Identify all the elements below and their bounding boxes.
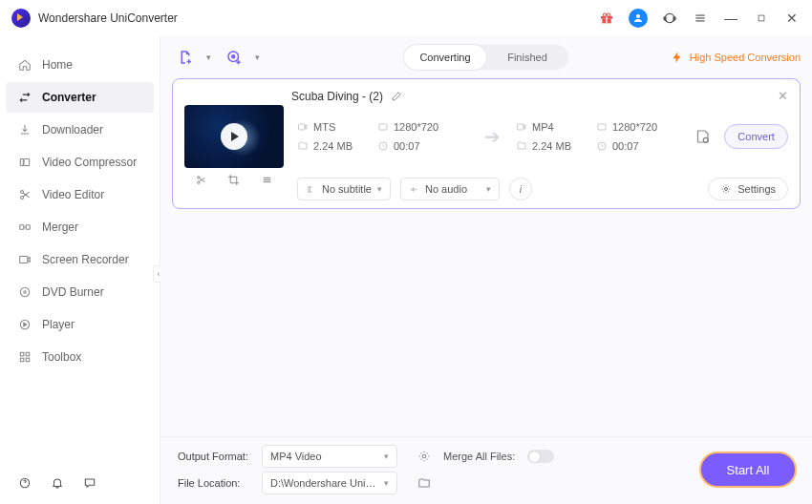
sidebar-item-merger[interactable]: Merger bbox=[0, 212, 160, 242]
svg-rect-16 bbox=[20, 225, 24, 230]
play-button[interactable] bbox=[221, 123, 247, 150]
sidebar-item-label: Home bbox=[42, 58, 73, 72]
sidebar-item-editor[interactable]: Video Editor bbox=[0, 179, 160, 210]
svg-point-5 bbox=[636, 14, 640, 18]
svg-rect-12 bbox=[759, 15, 764, 21]
svg-point-14 bbox=[21, 191, 24, 194]
sidebar-item-player[interactable]: Player bbox=[0, 309, 160, 340]
open-folder-icon[interactable] bbox=[417, 476, 431, 490]
sidebar: Home Converter Downloader Video Compress… bbox=[0, 36, 160, 504]
sidebar-item-home[interactable]: Home bbox=[0, 50, 160, 80]
sidebar-item-label: Downloader bbox=[42, 123, 103, 136]
remove-file-button[interactable]: ✕ bbox=[778, 89, 788, 103]
audio-select[interactable]: No audio ▾ bbox=[400, 178, 500, 200]
maximize-button[interactable] bbox=[753, 10, 770, 27]
svg-point-15 bbox=[21, 196, 24, 199]
sidebar-item-downloader[interactable]: Downloader bbox=[0, 115, 160, 145]
sidebar-item-dvd-burner[interactable]: DVD Burner bbox=[0, 277, 160, 307]
svg-rect-38 bbox=[598, 124, 606, 130]
output-settings-icon[interactable] bbox=[694, 126, 711, 147]
svg-rect-2 bbox=[606, 16, 607, 23]
file-location-select[interactable]: D:\Wondershare UniConverter▾ bbox=[262, 472, 397, 494]
chevron-down-icon[interactable]: ▾ bbox=[206, 52, 211, 62]
app-title: Wondershare UniConverter bbox=[38, 11, 178, 25]
tab-finished[interactable]: Finished bbox=[486, 45, 568, 70]
sidebar-item-toolbox[interactable]: Toolbox bbox=[0, 342, 160, 372]
hsc-label: High Speed Conversion bbox=[690, 52, 801, 63]
crop-icon[interactable] bbox=[227, 174, 240, 186]
home-icon bbox=[17, 57, 32, 73]
merge-toggle[interactable] bbox=[527, 450, 554, 463]
svg-rect-35 bbox=[379, 124, 387, 130]
file-settings-button[interactable]: Settings bbox=[708, 178, 788, 200]
svg-rect-23 bbox=[26, 352, 30, 356]
svg-rect-7 bbox=[664, 17, 666, 20]
file-card: Scuba Diving - (2) ✕ bbox=[172, 78, 801, 209]
high-speed-conversion-button[interactable]: High Speed Conversion bbox=[671, 51, 801, 64]
user-avatar[interactable] bbox=[629, 9, 648, 28]
output-format-select[interactable]: MP4 Video▾ bbox=[262, 445, 397, 468]
file-icon bbox=[297, 140, 309, 152]
sidebar-item-label: Video Compressor bbox=[42, 156, 137, 169]
chevron-down-icon: ▾ bbox=[384, 452, 389, 461]
merge-icon bbox=[17, 220, 32, 235]
arrow-right-icon: ➔ bbox=[479, 125, 506, 148]
tab-group: Converting Finished bbox=[404, 45, 568, 70]
subtitle-select[interactable]: No subtitle ▾ bbox=[297, 178, 391, 200]
help-icon[interactable] bbox=[17, 475, 32, 491]
svg-rect-25 bbox=[26, 358, 30, 362]
sidebar-item-converter[interactable]: Converter bbox=[6, 82, 154, 113]
chevron-down-icon: ▾ bbox=[486, 184, 491, 194]
svg-point-41 bbox=[725, 188, 728, 191]
file-icon bbox=[516, 140, 527, 152]
minimize-button[interactable]: — bbox=[722, 10, 739, 27]
convert-button[interactable]: Convert bbox=[724, 124, 788, 149]
trim-icon[interactable] bbox=[195, 174, 207, 186]
sidebar-item-screen-recorder[interactable]: Screen Recorder bbox=[0, 244, 160, 275]
svg-point-42 bbox=[422, 454, 426, 458]
source-specs: MTS 1280*720 2.24 MB 00:07 bbox=[297, 117, 469, 156]
svg-point-30 bbox=[197, 181, 199, 183]
app-logo bbox=[11, 9, 31, 28]
start-all-button[interactable]: Start All bbox=[701, 453, 795, 486]
subtitle-icon bbox=[306, 184, 316, 195]
svg-point-4 bbox=[607, 13, 609, 16]
edit-name-icon[interactable] bbox=[391, 90, 403, 102]
gift-icon[interactable] bbox=[598, 10, 615, 27]
feedback-icon[interactable] bbox=[82, 475, 97, 491]
chevron-down-icon: ▾ bbox=[384, 478, 389, 488]
menu-icon[interactable] bbox=[692, 10, 709, 27]
compress-icon bbox=[17, 155, 32, 170]
support-icon[interactable] bbox=[661, 10, 678, 27]
merge-label: Merge All Files: bbox=[443, 451, 520, 462]
svg-point-3 bbox=[603, 13, 606, 16]
file-name: Scuba Diving - (2) bbox=[291, 90, 383, 103]
gear-icon bbox=[720, 183, 732, 195]
clock-icon bbox=[596, 140, 608, 152]
grid-icon bbox=[17, 349, 32, 365]
target-specs: MP4 1280*720 2.24 MB 00:07 bbox=[516, 117, 688, 156]
info-icon[interactable]: i bbox=[509, 178, 532, 200]
sidebar-item-label: DVD Burner bbox=[42, 285, 104, 299]
svg-point-28 bbox=[232, 55, 235, 58]
svg-rect-8 bbox=[673, 17, 675, 20]
add-disc-button[interactable] bbox=[221, 44, 247, 71]
svg-point-20 bbox=[24, 291, 26, 293]
bell-icon[interactable] bbox=[50, 475, 65, 491]
svg-rect-37 bbox=[518, 124, 524, 130]
add-file-button[interactable] bbox=[172, 44, 199, 71]
sidebar-item-compressor[interactable]: Video Compressor bbox=[0, 147, 160, 178]
sidebar-item-label: Player bbox=[42, 318, 75, 331]
tab-converting[interactable]: Converting bbox=[404, 45, 486, 70]
sidebar-item-label: Merger bbox=[42, 220, 78, 234]
file-location-label: File Location: bbox=[178, 477, 254, 489]
more-icon[interactable] bbox=[261, 174, 273, 186]
close-button[interactable]: ✕ bbox=[783, 10, 801, 27]
chevron-down-icon[interactable]: ▾ bbox=[255, 52, 260, 62]
svg-rect-24 bbox=[20, 358, 24, 362]
format-settings-icon[interactable] bbox=[417, 450, 431, 463]
disc-icon bbox=[17, 284, 32, 300]
sidebar-item-label: Toolbox bbox=[42, 350, 81, 364]
svg-rect-18 bbox=[20, 257, 28, 263]
svg-point-29 bbox=[197, 176, 199, 178]
